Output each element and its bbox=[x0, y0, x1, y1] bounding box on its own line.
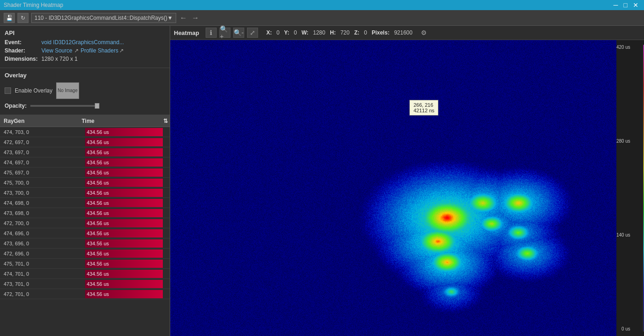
raygen-cell: 474, 701, 0 bbox=[0, 271, 85, 277]
dimensions-label: Dimensions: bbox=[5, 56, 41, 62]
time-cell: 434.56 us bbox=[85, 157, 170, 168]
shader-row: Shader: View Source ↗ Profile Shaders ↗ bbox=[5, 47, 165, 54]
time-cell: 434.56 us bbox=[85, 269, 170, 279]
table-row[interactable]: 475, 697, 0 434.56 us bbox=[0, 168, 170, 178]
main-layout: API Event: void ID3D12GraphicsCommand...… bbox=[0, 26, 644, 336]
view-source-link[interactable]: View Source bbox=[41, 47, 72, 54]
legend-mid1: 280 us bbox=[616, 139, 630, 144]
time-cell: 434.56 us bbox=[85, 198, 170, 208]
color-legend: 420 us 280 us 140 us 0 us bbox=[621, 45, 639, 331]
y-value: 0 bbox=[294, 29, 297, 36]
sort-icon: ⇅ bbox=[163, 118, 168, 124]
table-row[interactable]: 472, 697, 0 434.56 us bbox=[0, 137, 170, 147]
sort-controls[interactable]: ⇅ bbox=[156, 118, 170, 124]
heatmap-container[interactable]: 266, 216 42112 ns 420 us 280 us 140 us 0… bbox=[170, 40, 644, 336]
opacity-row: Opacity: bbox=[5, 103, 165, 109]
time-cell: 434.56 us bbox=[85, 137, 170, 147]
close-button[interactable]: ✕ bbox=[631, 1, 640, 9]
table-body: 474, 703, 0 434.56 us 472, 697, 0 434.56… bbox=[0, 127, 170, 336]
time-cell: 434.56 us bbox=[85, 289, 170, 299]
col-raygen-header: RayGen bbox=[0, 118, 78, 124]
legend-labels: 420 us 280 us 140 us 0 us bbox=[616, 45, 630, 331]
time-cell: 434.56 us bbox=[85, 218, 170, 228]
nav-forward-button[interactable]: → bbox=[191, 13, 200, 23]
heatmap-title: Heatmap bbox=[174, 29, 199, 36]
raygen-cell: 472, 700, 0 bbox=[0, 220, 85, 226]
overlay-preview: No Image bbox=[56, 82, 79, 99]
time-cell: 434.56 us bbox=[85, 147, 170, 157]
save-icon: 💾 bbox=[6, 15, 13, 21]
table-row[interactable]: 473, 701, 0 434.56 us bbox=[0, 279, 170, 289]
raygen-cell: 473, 700, 0 bbox=[0, 190, 85, 196]
event-row: Event: void ID3D12GraphicsCommand... bbox=[5, 39, 165, 46]
info-button[interactable]: ℹ bbox=[206, 28, 217, 38]
enable-overlay-label: Enable Overlay bbox=[15, 87, 52, 94]
right-panel: Heatmap ℹ 🔍+ 🔍- ⤢ X: 0 Y: 0 bbox=[170, 26, 644, 336]
time-cell: 434.56 us bbox=[85, 259, 170, 269]
table-row[interactable]: 473, 696, 0 434.56 us bbox=[0, 238, 170, 249]
table-row[interactable]: 472, 696, 0 434.56 us bbox=[0, 249, 170, 259]
no-image-text: No Image bbox=[58, 88, 77, 93]
h-label: H: bbox=[330, 29, 336, 36]
table-row[interactable]: 474, 698, 0 434.56 us bbox=[0, 198, 170, 208]
time-cell: 434.56 us bbox=[85, 249, 170, 259]
zoom-in-icon: 🔍+ bbox=[220, 25, 230, 40]
y-label: Y: bbox=[284, 29, 289, 36]
w-value: 1280 bbox=[313, 29, 326, 36]
h-value: 720 bbox=[340, 29, 350, 36]
heatmap-header: Heatmap ℹ 🔍+ 🔍- ⤢ X: 0 Y: 0 bbox=[170, 26, 644, 40]
x-label: X: bbox=[266, 29, 272, 36]
minimize-button[interactable]: ─ bbox=[612, 1, 620, 9]
raygen-cell: 472, 697, 0 bbox=[0, 139, 85, 145]
table-row[interactable]: 472, 700, 0 434.56 us bbox=[0, 218, 170, 228]
table-section: RayGen Time ⇅ 474, 703, 0 434.56 us 472,… bbox=[0, 115, 170, 336]
heatmap-coords: X: 0 Y: 0 W: 1280 H: 720 Z: 0 Pixels: 92… bbox=[266, 29, 427, 36]
overlay-title: Overlay bbox=[5, 72, 165, 79]
table-row[interactable]: 472, 701, 0 434.56 us bbox=[0, 289, 170, 299]
raygen-cell: 472, 701, 0 bbox=[0, 291, 85, 297]
refresh-button[interactable]: ↻ bbox=[17, 13, 29, 23]
table-row[interactable]: 473, 697, 0 434.56 us bbox=[0, 147, 170, 157]
link-separator: ↗ bbox=[74, 47, 79, 54]
x-value: 0 bbox=[276, 29, 280, 36]
enable-overlay-checkbox[interactable] bbox=[5, 87, 11, 94]
save-button[interactable]: 💾 bbox=[4, 13, 15, 23]
w-label: W: bbox=[301, 29, 308, 36]
raygen-cell: 474, 697, 0 bbox=[0, 160, 85, 165]
table-row[interactable]: 474, 697, 0 434.56 us bbox=[0, 157, 170, 168]
nav-back-button[interactable]: ← bbox=[179, 13, 188, 23]
table-row[interactable]: 475, 700, 0 434.56 us bbox=[0, 178, 170, 188]
table-row[interactable]: 474, 701, 0 434.56 us bbox=[0, 269, 170, 279]
time-cell: 434.56 us bbox=[85, 279, 170, 289]
heatmap-canvas[interactable] bbox=[170, 40, 644, 336]
dimensions-row: Dimensions: 1280 x 720 x 1 bbox=[5, 56, 165, 62]
table-row[interactable]: 473, 698, 0 434.56 us bbox=[0, 208, 170, 218]
event-link[interactable]: void ID3D12GraphicsCommand... bbox=[41, 39, 124, 46]
time-cell: 434.56 us bbox=[85, 228, 170, 238]
zoom-in-button[interactable]: 🔍+ bbox=[219, 28, 230, 38]
restore-button[interactable]: □ bbox=[622, 1, 629, 9]
settings-button[interactable]: ⚙ bbox=[421, 29, 427, 36]
opacity-thumb[interactable] bbox=[95, 103, 99, 109]
zoom-out-button[interactable]: 🔍- bbox=[233, 28, 244, 38]
table-row[interactable]: 474, 703, 0 434.56 us bbox=[0, 127, 170, 137]
pixels-value: 921600 bbox=[394, 29, 413, 36]
command-dropdown-text: 110 - ID3D12GraphicsCommandList4::Dispat… bbox=[34, 15, 167, 21]
raygen-cell: 472, 696, 0 bbox=[0, 251, 85, 256]
fit-button[interactable]: ⤢ bbox=[247, 28, 258, 38]
titlebar-title: Shader Timing Heatmap bbox=[4, 2, 63, 8]
time-cell: 434.56 us bbox=[85, 127, 170, 137]
table-row[interactable]: 473, 700, 0 434.56 us bbox=[0, 188, 170, 198]
command-dropdown[interactable]: 110 - ID3D12GraphicsCommandList4::Dispat… bbox=[31, 13, 176, 23]
profile-shaders-link[interactable]: Profile Shaders bbox=[80, 47, 118, 54]
table-header: RayGen Time ⇅ bbox=[0, 115, 170, 127]
time-cell: 434.56 us bbox=[85, 188, 170, 198]
table-row[interactable]: 474, 696, 0 434.56 us bbox=[0, 228, 170, 238]
time-cell: 434.56 us bbox=[85, 168, 170, 178]
opacity-slider[interactable] bbox=[30, 105, 99, 107]
pixels-label: Pixels: bbox=[372, 29, 390, 36]
table-row[interactable]: 475, 701, 0 434.56 us bbox=[0, 259, 170, 269]
overlay-section: Overlay Enable Overlay No Image Opacity: bbox=[0, 68, 170, 115]
shader-label: Shader: bbox=[5, 47, 41, 54]
dimensions-value: 1280 x 720 x 1 bbox=[41, 56, 78, 62]
